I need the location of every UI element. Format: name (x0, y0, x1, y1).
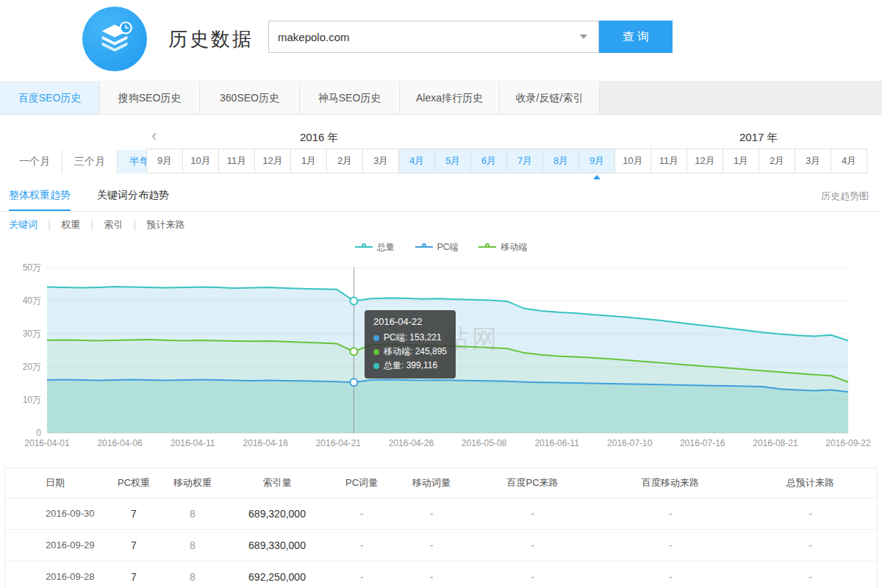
period-三个月[interactable]: 三个月 (62, 150, 118, 173)
table-cell: - (744, 530, 877, 561)
month-cell-1月[interactable]: 1月 (290, 148, 327, 173)
header: 历史数据 查 询 (0, 0, 882, 81)
month-cell-5月[interactable]: 5月 (434, 148, 471, 173)
marker-point (350, 379, 357, 386)
domain-search-input[interactable] (268, 21, 599, 53)
svg-text:2016-07-10: 2016-07-10 (607, 438, 653, 448)
marker-point (350, 348, 357, 355)
month-cell-8月[interactable]: 8月 (542, 148, 579, 173)
svg-text:30万: 30万 (23, 329, 41, 339)
tooltip-row: 总量: 399,116 (373, 359, 447, 373)
tab-百度SEO历史[interactable]: 百度SEO历史 (0, 82, 100, 114)
month-cell-3月[interactable]: 3月 (795, 148, 831, 173)
legend-总量[interactable]: 总量 (355, 241, 395, 254)
trend-chart: 010万20万30万40万50万2016-04-012016-04-062016… (3, 259, 879, 459)
series-dot-icon (373, 349, 379, 355)
filter-关键词[interactable]: 关键词 (9, 218, 37, 232)
table-cell: 689,330,000 (226, 530, 329, 561)
month-cell-11月[interactable]: 11月 (650, 148, 687, 173)
table-cell: - (597, 530, 744, 561)
table-cell: 8 (159, 530, 226, 561)
month-cell-1月[interactable]: 1月 (723, 148, 759, 173)
filter-索引[interactable]: 索引 (104, 218, 123, 232)
month-cell-3月[interactable]: 3月 (362, 148, 399, 173)
table-cell: - (597, 562, 744, 588)
month-cell-11月[interactable]: 11月 (218, 148, 255, 173)
marker-point (350, 297, 357, 304)
subtab-关键词分布趋势[interactable]: 关键词分布趋势 (97, 181, 169, 211)
filter-separator: | (133, 218, 136, 232)
month-cell-4月[interactable]: 4月 (831, 148, 867, 173)
tooltip-row: 移动端: 245,895 (373, 345, 447, 359)
months-row: 9月10月11月12月1月2月3月4月5月6月7月8月9月10月11月12月1月… (147, 148, 867, 173)
legend-label: PC端 (437, 241, 459, 254)
svg-text:2016-04-16: 2016-04-16 (243, 438, 289, 448)
chart-tooltip: 2016-04-22 PC端: 153,221移动端: 245,895总量: 3… (365, 310, 456, 379)
legend-marker-icon (355, 246, 373, 248)
month-cell-2月[interactable]: 2月 (326, 148, 363, 173)
app-logo (82, 7, 147, 71)
svg-text:0: 0 (36, 428, 41, 438)
table-header-索引量: 索引量 (226, 468, 329, 498)
table-header-row: 日期PC权重移动权重索引量PC词量移动词量百度PC来路百度移动来路总预计来路 (5, 468, 877, 498)
month-cell-7月[interactable]: 7月 (506, 148, 543, 173)
chart-legend: 总量PC端移动端 (0, 238, 882, 256)
tab-收录/反链/索引[interactable]: 收录/反链/索引 (500, 82, 600, 114)
table-cell: - (468, 498, 597, 529)
legend-marker-icon (478, 246, 496, 248)
period-一个月[interactable]: 一个月 (7, 150, 62, 173)
filter-row: 关键词|权重|索引|预计来路 (0, 212, 882, 238)
table-header-PC权重: PC权重 (108, 468, 159, 498)
legend-marker-icon (415, 246, 433, 248)
month-cell-10月[interactable]: 10月 (614, 148, 651, 173)
tab-神马SEO历史[interactable]: 神马SEO历史 (300, 82, 400, 114)
table-header-百度移动来路: 百度移动来路 (597, 468, 744, 498)
svg-text:2016-04-11: 2016-04-11 (171, 438, 215, 448)
filter-预计来路[interactable]: 预计来路 (146, 218, 184, 232)
time-range-selector: 一个月三个月半年 ‹ 2016 年 2017 年 9月10月11月12月1月2月… (0, 115, 882, 181)
svg-text:40万: 40万 (23, 295, 41, 306)
subtab-整体权重趋势[interactable]: 整体权重趋势 (9, 181, 71, 211)
month-cell-2月[interactable]: 2月 (759, 148, 795, 173)
legend-移动端[interactable]: 移动端 (478, 241, 527, 254)
table-cell: - (329, 498, 395, 529)
table-cell: 8 (159, 562, 226, 588)
main-tab-bar: 百度SEO历史搜狗SEO历史360SEO历史神马SEO历史Alexa排行历史收录… (0, 81, 882, 115)
table-header-日期: 日期 (5, 468, 108, 498)
tooltip-date: 2016-04-22 (373, 316, 447, 327)
table-cell: - (744, 498, 877, 529)
table-body: 2016-09-3078689,320,000-----2016-09-2978… (5, 498, 877, 588)
page-title: 历史数据 (168, 26, 254, 52)
legend-PC端[interactable]: PC端 (415, 241, 459, 254)
month-cell-10月[interactable]: 10月 (182, 148, 219, 173)
tooltip-value: 总量: 399,116 (384, 359, 437, 373)
tab-Alexa排行历史[interactable]: Alexa排行历史 (400, 82, 500, 114)
table-header-百度PC来路: 百度PC来路 (468, 468, 597, 498)
legend-marker-dot (422, 243, 426, 248)
month-cell-9月[interactable]: 9月 (578, 148, 615, 173)
table-cell: 8 (159, 498, 226, 529)
month-cell-9月[interactable]: 9月 (146, 148, 183, 173)
filter-权重[interactable]: 权重 (61, 218, 80, 232)
tab-搜狗SEO历史[interactable]: 搜狗SEO历史 (100, 82, 200, 114)
tab-360SEO历史[interactable]: 360SEO历史 (200, 82, 300, 114)
prev-arrow-icon[interactable]: ‹ (151, 128, 157, 144)
table-cell: - (329, 530, 395, 561)
search-area: 查 询 (268, 21, 673, 53)
month-cell-6月[interactable]: 6月 (470, 148, 507, 173)
filter-separator: | (90, 218, 93, 232)
query-button[interactable]: 查 询 (599, 21, 673, 53)
table-cell: - (468, 530, 597, 561)
table-cell: 2016-09-29 (5, 530, 108, 561)
table-cell: - (329, 562, 395, 588)
svg-text:2016-06-11: 2016-06-11 (534, 438, 579, 448)
dropdown-caret-icon[interactable] (580, 35, 587, 39)
svg-text:2016-04-01: 2016-04-01 (24, 438, 70, 448)
subtab-items: 整体权重趋势关键词分布趋势 (9, 181, 196, 211)
series-dot-icon (373, 335, 379, 341)
history-trend-link[interactable]: 历史趋势图 (821, 181, 869, 212)
month-cell-12月[interactable]: 12月 (254, 148, 291, 173)
month-cell-4月[interactable]: 4月 (398, 148, 435, 173)
month-cell-12月[interactable]: 12月 (686, 148, 723, 173)
tooltip-row: PC端: 153,221 (373, 331, 447, 345)
